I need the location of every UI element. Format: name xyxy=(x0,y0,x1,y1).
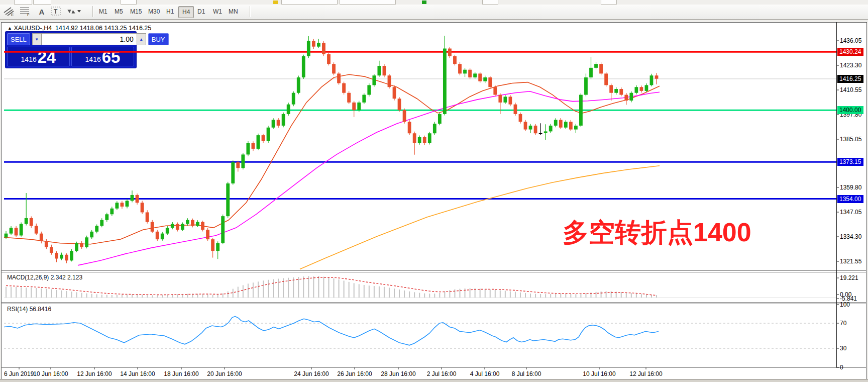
price-badge-1373.15: 1373.15 xyxy=(837,158,863,166)
toolbar-separator xyxy=(92,6,93,17)
sell-price-small: 1416 xyxy=(21,55,37,63)
timeframe-M5[interactable]: M5 xyxy=(111,6,127,17)
remnant-button xyxy=(482,0,498,5)
text-label-icon[interactable]: A xyxy=(35,6,48,18)
macd-tick-label: 19.221 xyxy=(840,274,858,281)
date-tick-label: 2 Jul 16:00 xyxy=(427,370,457,377)
timeframe-M30[interactable]: M30 xyxy=(145,6,163,17)
price-tick-label: 1359.80 xyxy=(840,184,861,191)
window-top-remnant xyxy=(0,0,868,5)
timeframe-M1[interactable]: M1 xyxy=(95,6,111,17)
fibonacci-grid-icon[interactable]: F xyxy=(19,6,32,18)
buy-price-button[interactable]: 1416 65 xyxy=(71,47,134,66)
rsi-tick-label: 70 xyxy=(840,320,846,327)
date-tick-label: 20 Jun 16:00 xyxy=(207,370,242,377)
volume-input[interactable] xyxy=(42,33,137,45)
remnant-field xyxy=(281,0,338,5)
rsi-tick-label: 100 xyxy=(840,301,850,308)
volume-decrease-button[interactable]: ▼ xyxy=(32,33,42,45)
price-badge-1354.00: 1354.00 xyxy=(837,195,863,203)
arrows-tool-icon[interactable] xyxy=(65,6,82,18)
chart-title: ▲ XAUUSD-,H4 1414.92 1418.06 1413.25 141… xyxy=(8,25,151,32)
price-tick-label: 1436.05 xyxy=(840,37,861,44)
one-click-trade-panel: SELL ▼ ▲ BUY 1416 24 1416 65 xyxy=(6,32,136,68)
date-tick-label: 14 Jun 16:00 xyxy=(120,370,155,377)
price-tick-label: 1410.55 xyxy=(840,86,861,93)
price-badge-1400.00: 1400.00 xyxy=(837,106,863,114)
timeframe-M15[interactable]: M15 xyxy=(127,6,145,17)
date-tick-label: 18 Jun 16:00 xyxy=(164,370,198,377)
price-tick-label: 1423.30 xyxy=(840,62,861,69)
drawing-toolbar: E F A T M1M5M15M30H1H4D1W1MN xyxy=(0,5,868,20)
timeframe-D1[interactable]: D1 xyxy=(194,6,208,17)
buy-price-small: 1416 xyxy=(85,55,101,63)
date-tick-label: 28 Jun 16:00 xyxy=(381,370,415,377)
remnant-field xyxy=(340,0,396,5)
rsi-header: RSI(14) 56.8416 xyxy=(7,306,51,313)
remnant-button xyxy=(33,0,51,5)
date-tick-label: 10 Jun 16:00 xyxy=(33,370,68,377)
chart-window[interactable]: ▲ XAUUSD-,H4 1414.92 1418.06 1413.25 141… xyxy=(1,22,867,380)
buy-button[interactable]: BUY xyxy=(148,33,169,45)
date-tick-label: 4 Jul 16:00 xyxy=(470,370,500,377)
volume-increase-button[interactable]: ▲ xyxy=(137,33,146,45)
collapse-arrow-icon[interactable]: ▲ xyxy=(8,26,12,31)
timeframe-MN[interactable]: MN xyxy=(225,6,242,17)
date-tick-label: 8 Jul 16:00 xyxy=(512,370,541,377)
date-tick-label: 26 Jun 16:00 xyxy=(337,370,372,377)
rsi-tick-label: 0 xyxy=(840,364,843,371)
date-tick-label: 12 Jun 16:00 xyxy=(77,370,112,377)
price-tick-label: 1347.05 xyxy=(840,209,861,216)
toolbar-separator xyxy=(250,6,250,17)
price-tick-label: 1334.30 xyxy=(840,233,861,240)
window-bottom-edge xyxy=(0,379,868,382)
sell-price-button[interactable]: 1416 24 xyxy=(7,47,70,66)
sell-price-big: 24 xyxy=(38,50,56,65)
sell-button[interactable]: SELL xyxy=(7,33,30,45)
macd-header: MACD(12,26,9) 2.342 2.123 xyxy=(7,274,82,281)
chart-annotation-text: 多空转折点1400 xyxy=(563,215,751,250)
buy-price-big: 65 xyxy=(102,50,121,65)
svg-text:E: E xyxy=(11,13,14,17)
svg-text:F: F xyxy=(27,13,30,17)
date-tick-label: 24 Jun 16:00 xyxy=(294,370,329,377)
price-badge-1416.25: 1416.25 xyxy=(837,75,863,83)
date-tick-label: 10 Jul 16:00 xyxy=(583,370,615,377)
timeframe-H4[interactable]: H4 xyxy=(178,6,194,18)
date-tick-label: 6 Jun 2019 xyxy=(4,370,34,377)
remnant-green-icon xyxy=(422,1,426,4)
remnant-button xyxy=(601,0,617,5)
text-box-icon[interactable]: T xyxy=(50,6,63,18)
remnant-button xyxy=(14,0,32,5)
remnant-yellow-icon xyxy=(273,1,278,4)
timeframe-W1[interactable]: W1 xyxy=(209,6,226,17)
equidistant-channel-icon[interactable]: E xyxy=(3,6,16,18)
remnant-button xyxy=(121,0,137,5)
price-tick-label: 1321.55 xyxy=(840,258,861,265)
rsi-tick-label: 30 xyxy=(840,345,846,352)
svg-text:T: T xyxy=(54,8,58,15)
price-tick-label: 1385.05 xyxy=(840,136,861,143)
price-badge-1430.24: 1430.24 xyxy=(837,48,863,56)
date-tick-label: 12 Jul 16:00 xyxy=(629,370,662,377)
timeframe-H1[interactable]: H1 xyxy=(163,6,177,17)
symbol-ohlc-text: XAUUSD-,H4 1414.92 1418.06 1413.25 1416.… xyxy=(14,25,151,32)
